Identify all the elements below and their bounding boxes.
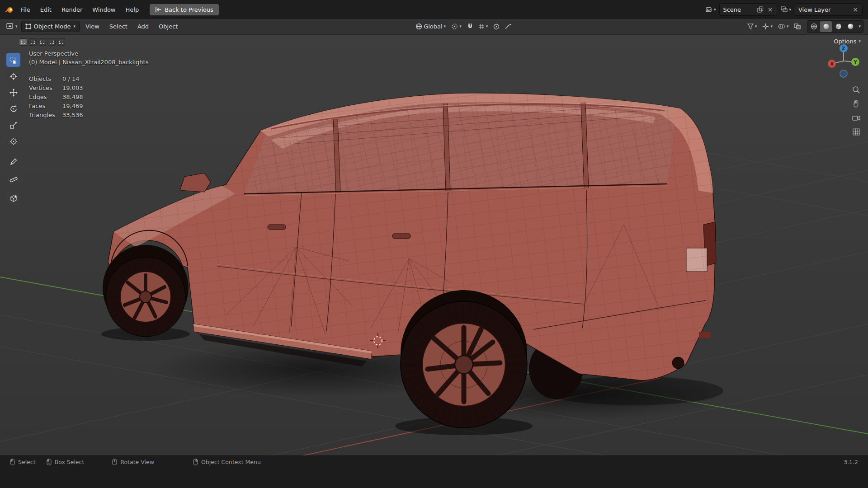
menu-window[interactable]: Window [88,4,120,15]
menu-view[interactable]: View [81,21,104,32]
stat-label: Edges [29,94,62,100]
show-overlays-dropdown[interactable]: ▾ [776,22,791,31]
chevron-down-icon: ▾ [73,24,75,28]
show-gizmo-dropdown[interactable]: ▾ [760,22,774,31]
shading-mode-group: ▾ [807,20,863,33]
blender-window: File Edit Render Window Help Back to Pre… [0,0,868,488]
shading-solid-button[interactable] [820,21,832,32]
front-wheel [106,257,185,337]
tool-annotate[interactable] [6,155,20,169]
toggle-projection-button[interactable] [852,127,861,136]
xray-icon [794,23,801,29]
model-label: (0) Model | Nissan_Xtrail2008_backlights [29,59,148,66]
new-scene-icon[interactable] [757,6,764,13]
filter-funnel-icon [747,23,754,29]
chevron-down-icon: ▾ [714,8,716,12]
gizmo-x-label: X [830,61,834,66]
browse-view-layer-button[interactable]: ▾ [780,5,792,14]
status-context-menu-label: Object Context Menu [201,459,261,465]
proportional-editing-icon [493,23,500,30]
shading-rendered-button[interactable] [844,21,856,32]
select-mode-extend-button[interactable] [28,38,37,46]
chevron-down-icon: ▾ [770,24,773,28]
mouse-middle-icon [112,459,117,465]
chevron-down-icon: ▾ [486,24,488,28]
mouse-left-icon [10,459,15,465]
shading-material-button[interactable] [832,21,844,32]
back-arrow-icon [155,7,161,12]
pivot-point-dropdown[interactable]: ▾ [449,22,463,31]
menu-edit[interactable]: Edit [36,4,56,15]
object-types-filter-dropdown[interactable]: ▾ [745,22,759,31]
menu-select[interactable]: Select [105,21,132,32]
blender-version: 3.1.2 [844,459,858,465]
select-mode-new-button[interactable] [19,38,27,46]
unlink-scene-button[interactable]: × [767,6,774,13]
chevron-down-icon: ▾ [787,24,789,28]
editor-3d-viewport-icon [6,23,14,30]
gizmo-y-label: Y [853,60,857,65]
object-mode-icon [25,23,31,29]
menu-help[interactable]: Help [121,4,144,15]
back-to-previous-button[interactable]: Back to Previous [150,4,219,15]
shading-dropdown-arrow[interactable]: ▾ [857,24,863,28]
stat-value: 38,498 [62,94,83,100]
camera-view-button[interactable] [852,113,861,122]
menu-object[interactable]: Object [155,21,182,32]
select-mode-intersect-button[interactable] [57,38,65,46]
snap-toggle-button[interactable] [465,22,475,31]
transform-orientation-dropdown[interactable]: Global ▾ [414,22,448,31]
tool-add-cube[interactable] [6,191,20,205]
shading-wireframe-button[interactable] [808,21,820,32]
remove-view-layer-button[interactable]: × [852,6,859,13]
perspective-label: User Perspective [29,50,148,57]
viewport[interactable]: Options ▾ [0,35,868,455]
tool-measure[interactable] [6,171,20,185]
scene-stats: Objects0 / 14 Vertices19,003 Edges38,498… [29,75,148,118]
gizmo-z-negative[interactable] [840,70,847,77]
stat-value: 19,003 [62,84,83,91]
navigation-gizmo[interactable]: X Y Z [824,41,863,81]
tool-rotate[interactable] [6,102,20,116]
snap-settings-dropdown[interactable]: ▾ [477,22,490,31]
blender-logo-icon[interactable] [5,6,12,13]
pivot-point-icon [451,23,458,30]
pan-button[interactable] [852,99,861,108]
status-select: Select [10,459,36,465]
tool-transform[interactable] [6,134,20,148]
select-mode-invert-button[interactable] [47,38,56,46]
menu-add[interactable]: Add [133,21,153,32]
stat-value: 0 / 14 [62,75,79,82]
scene-field[interactable]: Scene × [719,3,777,16]
menu-file[interactable]: File [16,4,35,15]
chevron-down-icon: ▾ [15,24,18,28]
stat-label: Objects [29,75,62,82]
viewport-nav-buttons [852,85,861,136]
tool-move[interactable] [6,85,20,99]
select-mode-row [19,38,65,46]
zoom-button[interactable] [852,85,861,94]
gizmo-z-label: Z [842,46,845,51]
tool-cursor[interactable] [6,69,20,83]
viewport-header: ▾ Object Mode ▾ View Select Add Object G… [0,19,868,34]
editor-type-button[interactable]: ▾ [5,22,19,31]
status-context-menu: Object Context Menu [193,459,261,465]
falloff-dropdown[interactable] [503,22,514,31]
view-layer-browse-icon [781,6,788,13]
status-box-select: Box Select [47,459,85,465]
tool-select-box[interactable] [6,53,20,67]
browse-scene-button[interactable]: ▾ [705,5,717,14]
mode-dropdown[interactable]: Object Mode ▾ [21,21,80,32]
tool-shelf [6,53,20,205]
stat-value: 19,469 [62,103,83,109]
stat-label: Vertices [29,84,62,91]
menu-render[interactable]: Render [57,4,87,15]
view-layer-field[interactable]: View Layer × [795,3,863,16]
proportional-editing-toggle[interactable] [491,22,501,31]
select-mode-subtract-button[interactable] [38,38,46,46]
stat-label: Faces [29,103,62,109]
status-select-label: Select [18,459,36,465]
snap-increment-icon [479,23,485,29]
tool-scale[interactable] [6,118,20,132]
toggle-xray-button[interactable] [792,22,802,31]
